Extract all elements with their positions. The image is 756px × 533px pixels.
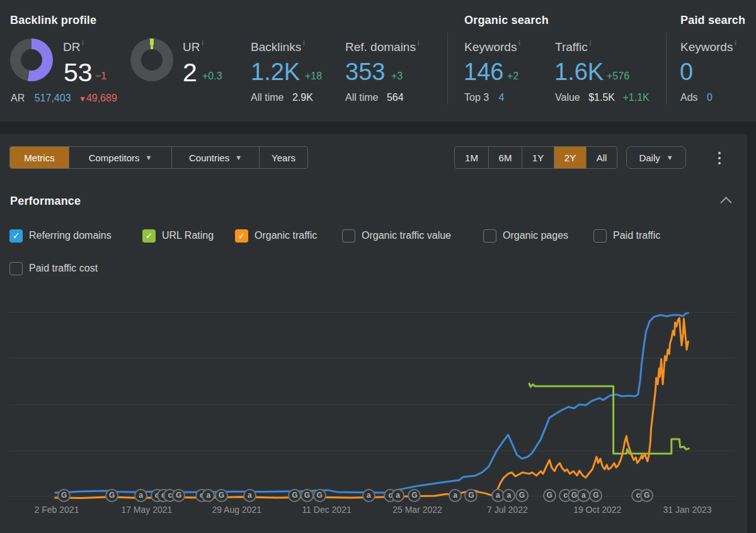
annotation-marker-a[interactable]: a: [134, 489, 147, 502]
ahrefs-rank-row: AR 517,403 ▼49,689: [11, 93, 117, 104]
info-icon[interactable]: i: [82, 40, 83, 47]
annotation-marker-G[interactable]: G: [301, 489, 314, 502]
tab-competitors[interactable]: Competitors▼: [69, 147, 172, 168]
range-1y[interactable]: 1Y: [522, 147, 554, 168]
chevron-down-icon: ▼: [235, 154, 242, 161]
info-icon[interactable]: i: [590, 40, 591, 47]
checkbox-unchecked-icon[interactable]: [593, 229, 607, 243]
collapse-section-button[interactable]: [722, 198, 732, 209]
top3-label: Top 3: [464, 92, 489, 103]
annotation-marker-G[interactable]: G: [57, 489, 71, 502]
button-label: All: [597, 152, 607, 163]
checkbox-unchecked-icon[interactable]: [342, 229, 355, 243]
ref-domains-alltime-value: 564: [387, 92, 404, 103]
ads-label: Ads: [680, 92, 698, 103]
kebab-dot: [718, 157, 721, 159]
legend-toggle-paid-traffic[interactable]: Paid traffic: [593, 229, 660, 243]
chevron-down-icon: ▼: [145, 154, 152, 161]
annotation-marker-G[interactable]: G: [172, 489, 185, 502]
series-line-organic-traffic: [55, 318, 689, 498]
organic-traffic-label: Traffici: [555, 40, 591, 54]
checkbox-checked-icon[interactable]: ✓: [9, 229, 23, 243]
legend-label: Organic traffic value: [362, 230, 451, 241]
legend-label: Referring domains: [29, 230, 112, 241]
organic-traffic-value[interactable]: 1.6K: [554, 60, 604, 83]
chevron-up-icon: [720, 197, 731, 208]
dr-label-text: DR: [63, 40, 80, 54]
info-icon[interactable]: i: [303, 40, 304, 47]
button-label: Competitors: [89, 152, 140, 163]
legend-toggle-url-rating[interactable]: ✓URL Rating: [142, 229, 214, 243]
annotation-marker-G[interactable]: G: [515, 489, 529, 502]
checkbox-unchecked-icon[interactable]: [483, 229, 496, 243]
annotation-marker-G[interactable]: G: [640, 489, 653, 502]
annotation-marker-a[interactable]: a: [243, 489, 256, 502]
tab-metrics[interactable]: Metrics: [10, 147, 69, 168]
ar-delta: ▼49,689: [79, 93, 117, 103]
granularity-dropdown[interactable]: Daily ▼: [626, 146, 686, 169]
legend-toggle-organic-traffic-value[interactable]: Organic traffic value: [342, 229, 451, 243]
organic-keywords-delta: +2: [507, 71, 518, 82]
annotation-marker-a[interactable]: a: [449, 489, 462, 502]
annotation-marker-G[interactable]: G: [105, 489, 118, 502]
ur-delta: +0.3: [202, 71, 222, 82]
x-axis-tick-label: 7 Jul 2022: [463, 505, 551, 515]
info-icon[interactable]: i: [418, 40, 419, 47]
annotation-marker-a[interactable]: a: [391, 489, 404, 502]
dr-value: 53: [64, 60, 93, 84]
section-divider: [666, 33, 667, 105]
tab-countries[interactable]: Countries▼: [172, 147, 260, 168]
range-2y[interactable]: 2Y: [554, 147, 587, 168]
tab-years[interactable]: Years: [260, 147, 307, 168]
x-axis-tick-label: 17 May 2021: [103, 505, 191, 515]
range-6m[interactable]: 6M: [489, 147, 522, 168]
range-1m[interactable]: 1M: [455, 147, 489, 168]
button-label: 2Y: [564, 152, 576, 163]
url-rating-gauge: [130, 38, 173, 81]
backlinks-label-text: Backlinks: [251, 40, 301, 54]
organic-traffic-label-text: Traffic: [555, 40, 588, 54]
ahrefs-overview-page: { "backlink_profile": { "title": "Backli…: [0, 0, 756, 533]
annotation-marker-a[interactable]: a: [362, 489, 375, 502]
legend-toggle-paid-traffic-cost[interactable]: Paid traffic cost: [9, 261, 98, 275]
ar-value[interactable]: 517,403: [35, 93, 71, 103]
organic-traffic-delta: +576: [607, 71, 629, 82]
legend-toggle-organic-pages[interactable]: Organic pages: [483, 229, 568, 243]
x-axis-tick-label: 25 Mar 2022: [374, 505, 462, 515]
info-icon[interactable]: i: [735, 40, 736, 47]
button-label: 1Y: [532, 152, 544, 163]
checkbox-unchecked-icon[interactable]: [9, 262, 23, 275]
granularity-label: Daily: [639, 152, 660, 163]
annotation-marker-a[interactable]: a: [577, 489, 590, 502]
ur-label: URi: [183, 40, 203, 54]
paid-keywords-value[interactable]: 0: [680, 60, 693, 83]
dr-delta: −1: [95, 71, 106, 82]
backlinks-value[interactable]: 1.2K: [251, 60, 300, 83]
ref-domains-value[interactable]: 353: [345, 60, 385, 83]
annotation-marker-G[interactable]: G: [313, 489, 326, 502]
annotation-marker-G[interactable]: G: [215, 489, 228, 502]
organic-search-title: Organic search: [464, 14, 549, 27]
legend-toggle-organic-traffic[interactable]: ✓Organic traffic: [235, 229, 317, 243]
checkbox-checked-icon[interactable]: ✓: [235, 229, 248, 243]
series-line-url-rating: [529, 384, 689, 454]
ads-value[interactable]: 0: [707, 92, 713, 103]
annotation-marker-G[interactable]: G: [543, 489, 556, 502]
more-options-button[interactable]: [712, 147, 727, 169]
legend-toggle-referring-domains[interactable]: ✓Referring domains: [9, 229, 112, 243]
info-icon[interactable]: i: [202, 40, 203, 47]
x-axis-tick-label: 31 Jan 2023: [643, 505, 731, 515]
backlinks-alltime-row: All time 2.9K: [251, 92, 313, 103]
range-all[interactable]: All: [587, 147, 617, 168]
organic-keywords-value[interactable]: 146: [464, 60, 503, 83]
button-label: 6M: [499, 152, 512, 163]
ref-domains-label: Ref. domainsi: [345, 40, 419, 54]
ur-value: 2: [183, 60, 197, 84]
checkbox-checked-icon[interactable]: ✓: [142, 229, 156, 243]
button-label: Years: [272, 152, 295, 163]
info-icon[interactable]: i: [518, 40, 520, 47]
performance-chart[interactable]: [9, 302, 735, 510]
backlinks-alltime-label: All time: [251, 92, 284, 103]
dr-label: DRi: [63, 40, 84, 54]
top3-value[interactable]: 4: [499, 92, 505, 103]
